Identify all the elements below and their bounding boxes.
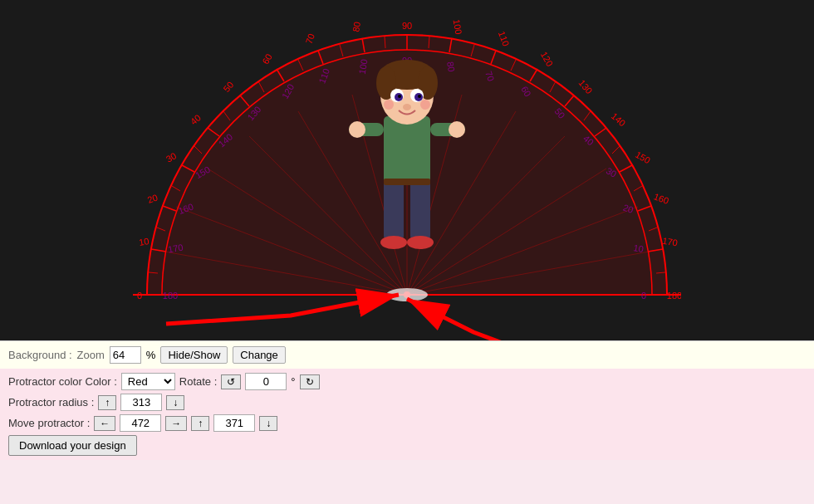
svg-rect-93 [384,116,430,183]
svg-text:180: 180 [667,291,681,301]
move-right-button[interactable]: → [165,416,187,431]
character-figure [349,25,465,274]
zoom-percent: % [146,349,156,361]
svg-text:150: 150 [634,149,652,166]
svg-point-113 [380,236,407,249]
color-select[interactable]: Red Blue Green Black [121,373,175,390]
zoom-input[interactable] [110,346,141,364]
move-y-input[interactable] [213,414,255,432]
bottom-controls: Protractor color Color : Red Blue Green … [0,369,814,460]
color-rotate-row: Protractor color Color : Red Blue Green … [8,373,806,390]
svg-text:180: 180 [163,291,178,301]
svg-text:160: 160 [653,191,670,206]
svg-rect-111 [384,181,404,239]
canvas-area: 0 10 20 30 40 50 60 70 80 90 100 110 120… [0,0,814,340]
svg-point-107 [420,100,430,110]
svg-rect-115 [384,179,430,185]
svg-text:0: 0 [137,291,142,301]
svg-text:120: 120 [539,50,556,68]
download-button[interactable]: Download your design [8,435,137,456]
svg-point-106 [384,100,394,110]
svg-text:0: 0 [641,291,646,301]
background-controls: Background : Zoom % Hide/Show Change [0,340,814,369]
background-label: Background : [8,349,72,361]
svg-text:130: 130 [577,78,595,96]
move-down-button[interactable]: ↓ [259,416,277,431]
svg-point-104 [398,95,401,98]
svg-text:140: 140 [610,110,628,128]
svg-point-92 [386,288,428,301]
svg-point-108 [403,104,411,110]
svg-text:40: 40 [189,112,203,126]
radius-row: Protractor radius : ↑ ↓ [8,394,806,411]
svg-text:20: 20 [146,193,159,205]
svg-point-110 [449,121,465,138]
radius-input[interactable] [120,394,162,411]
protractor-color-label: Protractor color Color : [8,375,117,388]
radius-label: Protractor radius : [8,396,94,409]
svg-point-105 [418,95,421,98]
change-button[interactable]: Change [233,346,286,364]
svg-point-114 [407,236,434,249]
download-row: Download your design [8,435,806,456]
rotate-label: Rotate : [179,375,218,388]
svg-text:70: 70 [304,32,316,46]
svg-text:170: 170 [662,236,679,248]
svg-text:60: 60 [260,52,274,66]
radius-down-button[interactable]: ↓ [166,395,184,410]
rotate-input[interactable] [245,373,287,390]
svg-text:50: 50 [221,80,235,94]
move-up-button[interactable]: ↑ [191,416,209,431]
move-row: Move protractor : ← → ↑ ↓ [8,414,806,432]
svg-text:30: 30 [164,150,179,164]
move-label: Move protractor : [8,417,90,429]
svg-text:110: 110 [497,30,512,47]
move-left-button[interactable]: ← [94,416,115,431]
rotate-right-button[interactable]: ↻ [300,374,320,389]
degree-symbol: ° [291,375,295,388]
svg-point-109 [349,121,365,138]
zoom-label: Zoom [77,349,105,361]
svg-text:10: 10 [138,236,150,247]
hide-show-button[interactable]: Hide/Show [160,346,228,364]
svg-rect-112 [410,181,430,239]
radius-up-button[interactable]: ↑ [98,395,116,410]
move-x-input[interactable] [120,414,161,432]
svg-text:10: 10 [633,242,645,254]
rotate-left-button[interactable]: ↺ [221,374,241,389]
main-container: 0 10 20 30 40 50 60 70 80 90 100 110 120… [0,0,814,504]
